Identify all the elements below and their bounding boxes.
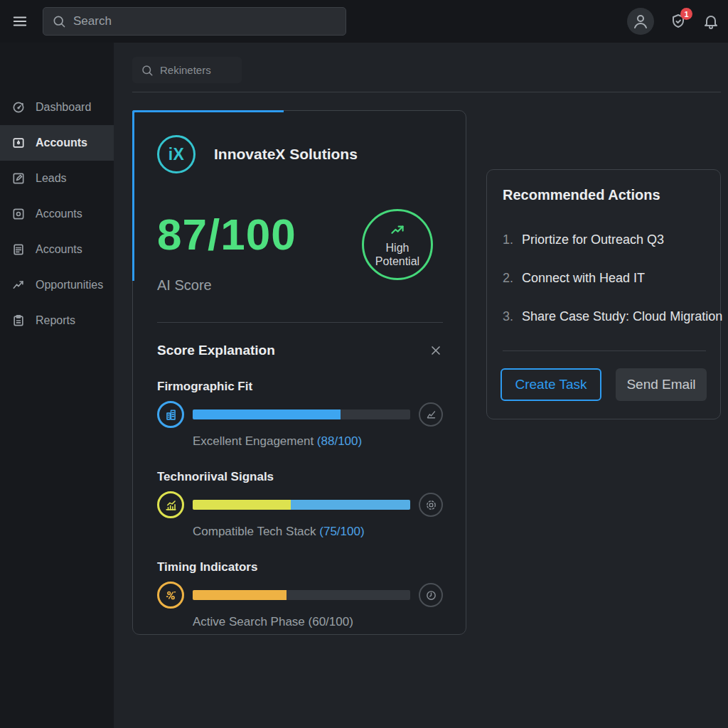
search-icon [52,14,66,28]
score-explanation-title: Score Explanation [157,343,275,358]
progress-bar [193,410,410,419]
progress-segment [291,500,410,510]
factor-title: Firmographic Fit [157,380,443,394]
panel-divider [503,350,706,351]
hamburger-menu-icon[interactable] [9,14,31,29]
card-accent-left [132,110,134,281]
search-input[interactable] [73,14,337,28]
gauge-icon [11,100,26,114]
action-item-3[interactable]: 3.Share Case Study: Cloud Migration [503,309,706,324]
company-name: InnovateX Solutions [214,146,358,163]
factor-title: Timing Indicators [157,560,443,574]
action-number: 3. [503,309,513,324]
sidebar-item-leads-2[interactable]: Leads [0,161,114,196]
action-text: Connect with Head IT [522,271,645,286]
main-content: Rekineters iX InnovateX Solutions 87/100… [114,43,728,728]
factor-2: Timing IndicatorsActive Search Phase (60… [157,560,443,629]
trending-up-icon [388,221,407,240]
sidebar-nav: DashboardAccountsLeadsAccountsAccountsOp… [0,43,114,728]
sidebar-item-opportunities-5[interactable]: Opportunities [0,267,114,303]
action-number: 1. [503,232,513,247]
factor-caption: Compatible Tech Stack (75/100) [193,525,443,539]
header-divider [132,92,721,92]
notification-badge: 1 [680,8,692,20]
progress-segment [193,500,291,510]
app-window: 1 DashboardAccountsLeadsAccountsAccounts… [0,0,728,728]
top-bar: 1 [0,0,728,43]
sidebar-item-label: Accounts [36,243,82,256]
factor-score: (75/100) [319,525,364,538]
user-icon [632,13,649,30]
chart-line-icon[interactable] [419,402,443,427]
sidebar-item-accounts-4[interactable]: Accounts [0,232,114,267]
sidebar-item-accounts-3[interactable]: Accounts [0,196,114,232]
bar-chart-icon [157,491,184,518]
sidebar-item-dashboard-0[interactable]: Dashboard [0,90,114,125]
factor-row [157,401,443,428]
account-score-card: iX InnovateX Solutions 87/100 AI Score H… [132,110,466,635]
filter-search[interactable]: Rekineters [132,57,242,83]
sidebar-item-label: Opportunities [36,279,103,291]
action-list: 1.Priortize for Outreach Q32.Connect wit… [503,232,706,348]
sidebar-item-accounts-1[interactable]: Accounts [0,125,114,161]
card-accent-top [132,110,284,112]
sidebar-item-reports-6[interactable]: Reports [0,303,114,338]
progress-bar [193,500,410,510]
card-divider [157,322,443,323]
send-email-button[interactable]: Send Email [616,368,707,401]
factor-score: (88/100) [317,434,362,448]
factor-0: Firmographic FitExcellent Engagement (88… [157,380,443,449]
bell-icon [702,13,719,30]
sidebar-item-label: Leads [36,172,67,185]
topbar-actions: 1 [627,0,719,43]
filter-placeholder: Rekineters [160,64,211,76]
factor-row [157,582,443,609]
sidebar-item-label: Dashboard [36,101,91,114]
factor-caption: Active Search Phase (60/100) [193,615,443,629]
edit-icon [11,171,26,186]
doc-lines-icon [11,242,26,257]
clock-icon[interactable] [419,583,443,607]
scan-icon[interactable] [419,493,443,517]
target-icon [11,207,26,221]
action-text: Share Case Study: Cloud Migration [522,309,722,324]
panel-buttons: Create TaskSend Email [500,368,707,401]
timing-icon [157,582,184,609]
building-icon [157,401,184,428]
sidebar-item-label: Accounts [36,136,87,149]
factor-row [157,491,443,518]
verification-button[interactable]: 1 [670,13,687,30]
action-text: Priortize for Outreach Q3 [522,232,664,247]
progress-segment [193,590,287,600]
factor-list: Firmographic FitExcellent Engagement (88… [157,380,443,651]
factor-caption: Excellent Engagement (88/100) [193,434,443,449]
search-icon [141,64,154,77]
recommended-actions-panel: Recommended Actions 1.Priortize for Outr… [486,169,721,419]
company-logo: iX [157,135,196,173]
recommended-actions-title: Recommended Actions [503,187,660,203]
factor-title: Technoriival Signals [157,470,443,484]
progress-segment [193,410,341,419]
action-item-1[interactable]: 1.Priortize for Outreach Q3 [503,232,706,247]
clipboard-icon [11,314,26,328]
card-dot-icon [11,136,26,150]
action-number: 2. [503,271,513,286]
action-item-2[interactable]: 2.Connect with Head IT [503,271,706,286]
score-explanation-header: Score Explanation [157,343,443,358]
close-icon[interactable] [429,343,443,358]
factor-1: Technoriival SignalsCompatible Tech Stac… [157,470,443,539]
sidebar-item-label: Reports [36,314,75,327]
high-potential-badge: High Potential [362,209,433,280]
progress-bar [193,590,410,600]
notifications-button[interactable] [702,13,719,30]
global-search[interactable] [43,7,346,36]
badge-line1: High [386,241,410,255]
create-task-button[interactable]: Create Task [500,368,601,401]
ai-score-value: 87/100 [157,209,296,259]
user-avatar[interactable] [627,8,654,35]
trend-icon [11,278,26,292]
card-header: iX InnovateX Solutions [157,135,358,173]
factor-score: (60/100) [309,615,353,628]
sidebar-item-label: Accounts [36,208,82,220]
ai-score-label: AI Score [157,277,212,294]
